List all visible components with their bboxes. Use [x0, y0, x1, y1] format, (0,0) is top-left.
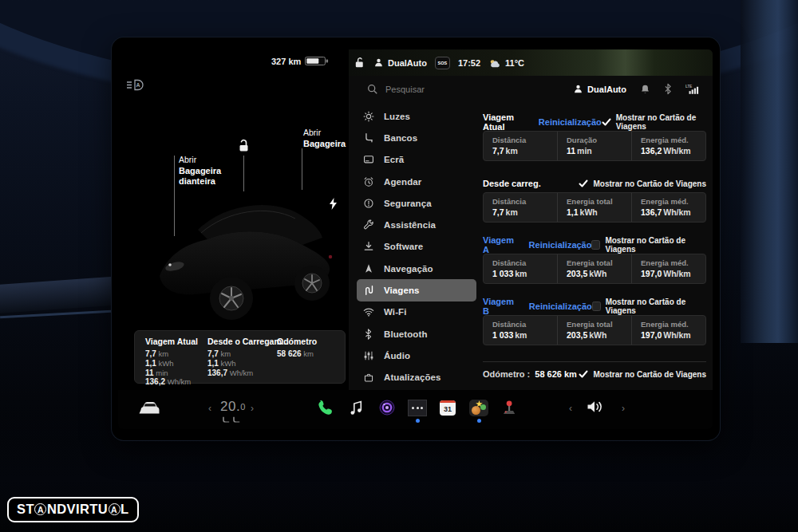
trip-card-odometer: Odómetro 58 626 km: [277, 337, 317, 359]
section-title: Viagem A: [483, 235, 519, 254]
lock-open-icon[interactable]: [354, 57, 365, 69]
trips-content: Viagem Atual Reinicialização Mostrar no …: [483, 102, 706, 379]
weather-cloud-icon: [488, 58, 502, 68]
lte-signal-icon: LTE: [685, 83, 700, 95]
unlock-callout-line: [243, 156, 244, 191]
section-desde-carreg: Desde carreg. Mostrar no Cartão de Viage…: [483, 177, 706, 223]
sidebar-item-luzes[interactable]: Luzes: [357, 105, 476, 127]
stat-distancia: Distância 1 033km: [484, 316, 557, 345]
arcade-app-button[interactable]: [500, 399, 518, 416]
window-pillar: [741, 0, 798, 343]
outside-temp: 11°C: [505, 58, 524, 68]
phone-app-button[interactable]: [316, 399, 334, 416]
show-on-trip-card-checkbox[interactable]: [579, 179, 588, 188]
stat-energia-total: Energia total 1,1kWh: [557, 193, 631, 222]
car-status-pane: A 327 km: [118, 49, 349, 390]
temp-up-chevron[interactable]: ›: [251, 403, 254, 414]
safety-icon: [362, 197, 374, 209]
charge-bolt-icon: [329, 198, 338, 210]
service-wrench-icon: [362, 219, 374, 231]
sidebar-item-audio[interactable]: Áudio: [357, 345, 476, 366]
trip-stats-card: Distância 7,7km Energia total 1,1kWh Ene…: [483, 192, 706, 223]
volume-button[interactable]: [586, 399, 605, 415]
trip-stats-card: Distância 1 033km Energia total 203,5kWh…: [483, 315, 706, 345]
stat-distancia: Distância 1 033km: [484, 254, 557, 283]
camera-app-button[interactable]: [378, 399, 396, 416]
car-controls-button[interactable]: [139, 400, 161, 416]
driver-profile-name: DualAuto: [388, 58, 427, 68]
calendar-app-button[interactable]: 31: [440, 400, 456, 416]
sidebar-item-bluetooth[interactable]: Bluetooth: [357, 323, 476, 345]
check-icon: [602, 117, 611, 127]
volume-up-chevron[interactable]: ›: [622, 403, 625, 414]
show-on-trip-card-checkbox[interactable]: [591, 240, 600, 250]
content-divider: [483, 361, 706, 362]
profile-menu[interactable]: DualAuto: [573, 84, 626, 94]
notifications-bell-icon[interactable]: [640, 84, 650, 95]
sos-badge[interactable]: SOS: [435, 57, 450, 69]
open-front-trunk-button[interactable]: Abrir Bagageira dianteira: [179, 155, 221, 187]
phone-icon: [316, 399, 334, 416]
toybox-app-button[interactable]: [469, 400, 488, 423]
auto-headlight-icon: A: [126, 78, 145, 95]
unlock-button[interactable]: [237, 139, 251, 156]
reset-link[interactable]: Reinicialização: [529, 301, 592, 311]
trip-stats-card: Distância 1 033km Energia total 203,5kWh…: [483, 254, 706, 284]
trip-card-current: Viagem Atual 7,7 km 1,1 kWh 11 min 136,2…: [145, 337, 198, 387]
volume-down-chevron[interactable]: ‹: [569, 403, 572, 414]
seat-heater-indicators[interactable]: [223, 416, 241, 423]
search-bar[interactable]: Pesquisar DualAuto: [349, 76, 713, 102]
music-note-icon: [348, 399, 364, 416]
settings-sidebar: Luzes Bancos Ecrã: [357, 105, 476, 388]
weather: 11°C: [488, 58, 524, 68]
bluetooth-icon: [362, 328, 374, 340]
stat-duracao: Duração 11min: [557, 132, 631, 160]
temp-down-chevron[interactable]: ‹: [208, 403, 211, 414]
stat-energia-total: Energia total 203,5kWh: [557, 316, 631, 345]
sidebar-item-ecra[interactable]: Ecrã: [357, 149, 476, 171]
section-title: Viagem Atual: [483, 112, 528, 132]
temperature-control[interactable]: 20.0: [220, 399, 245, 415]
car-icon: [139, 400, 161, 416]
camera-lens-icon: [378, 399, 396, 416]
sidebar-item-wifi[interactable]: Wi-Fi: [357, 301, 476, 323]
charge-port-button[interactable]: [329, 198, 338, 213]
sidebar-item-navegacao[interactable]: Navegação: [357, 258, 476, 279]
display-icon: [362, 154, 374, 166]
software-download-icon: [362, 241, 374, 253]
audio-sliders-icon: [362, 349, 374, 361]
reset-link[interactable]: Reinicialização: [539, 117, 602, 127]
search-placeholder: Pesquisar: [385, 85, 425, 94]
lights-icon: [362, 110, 374, 122]
sidebar-item-software[interactable]: Software: [357, 236, 476, 258]
sidebar-item-assistencia[interactable]: Assistência: [357, 214, 476, 235]
sidebar-item-viagens[interactable]: Viagens: [357, 279, 476, 301]
sidebar-item-atualizacoes[interactable]: Atualizações: [357, 367, 476, 388]
stat-energia-med: Energia méd. 136,7Wh/km: [631, 193, 705, 222]
trips-route-icon: [362, 285, 374, 297]
show-on-trip-card-checkbox[interactable]: [592, 301, 601, 311]
all-apps-button[interactable]: [408, 400, 427, 423]
bluetooth-status-icon[interactable]: [664, 83, 672, 95]
clock: 17:52: [458, 58, 480, 68]
show-on-trip-card-checkbox[interactable]: [602, 117, 611, 127]
svg-text:A: A: [136, 82, 140, 88]
sidebar-item-seguranca[interactable]: Segurança: [357, 192, 476, 214]
reset-link[interactable]: Reinicialização: [529, 240, 592, 250]
notification-dot: [416, 419, 420, 423]
toybox-icon: [469, 400, 488, 416]
battery-range[interactable]: 327 km: [271, 56, 329, 66]
circled-a: A: [34, 503, 46, 515]
sidebar-item-bancos[interactable]: Bancos: [357, 127, 476, 148]
seats-icon: [362, 132, 374, 144]
svg-text:LTE: LTE: [685, 85, 692, 89]
show-on-trip-card-checkbox[interactable]: [579, 369, 588, 379]
odometer-row: Odómetro : 58 626 km Mostrar no Cartão d…: [483, 369, 706, 379]
odometer-label: Odómetro :: [483, 369, 530, 379]
open-rear-trunk-button[interactable]: Abrir Bagageira: [303, 128, 346, 149]
trip-stats-card: Distância 7,7km Duração 11min Energia mé…: [483, 131, 706, 161]
music-app-button[interactable]: [348, 399, 364, 416]
driver-profile[interactable]: DualAuto: [373, 57, 427, 68]
sidebar-item-agendar[interactable]: Agendar: [357, 171, 476, 192]
stat-distancia: Distância 7,7km: [484, 193, 557, 222]
